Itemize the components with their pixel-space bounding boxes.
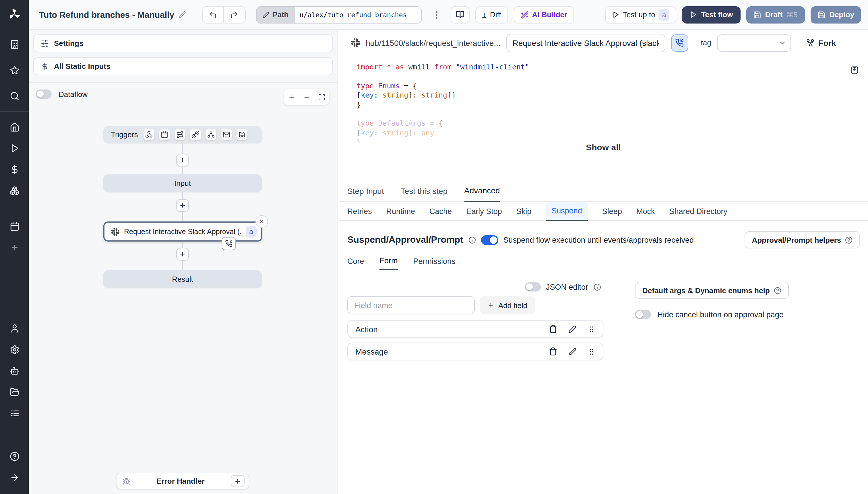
kafka-trigger-icon[interactable] xyxy=(205,129,217,140)
insert-step-button[interactable] xyxy=(176,154,189,166)
all-static-inputs-row[interactable]: All Static Inputs xyxy=(33,57,333,75)
suspend-enable-toggle[interactable] xyxy=(481,235,498,245)
insert-step-button[interactable] xyxy=(176,248,189,261)
edge-line xyxy=(182,242,183,248)
audit-logs-icon[interactable] xyxy=(0,403,29,424)
test-flow-button[interactable]: Test flow xyxy=(682,6,741,23)
runs-play-icon[interactable] xyxy=(0,138,29,159)
fit-view-icon[interactable] xyxy=(318,93,325,101)
deploy-button[interactable]: Deploy xyxy=(810,6,861,23)
flow-toolbar: Tuto Refund branches - Manually Path ⋮ ±… xyxy=(29,0,868,30)
home-icon[interactable] xyxy=(0,116,29,138)
zoom-in-icon[interactable] xyxy=(288,93,295,101)
undo-button[interactable] xyxy=(202,6,224,23)
add-field-button[interactable]: Add field xyxy=(480,296,535,315)
tag-select[interactable] xyxy=(717,34,791,51)
field-name-input[interactable] xyxy=(347,296,475,315)
tab-skip[interactable]: Skip xyxy=(516,202,532,220)
users-icon[interactable] xyxy=(0,318,29,339)
ai-builder-button[interactable]: AI Builder xyxy=(514,6,574,23)
folders-icon[interactable] xyxy=(0,382,29,403)
sidebar-plus-icon[interactable] xyxy=(0,237,29,258)
tab-suspend[interactable]: Suspend xyxy=(546,202,588,221)
code-editor[interactable]: import * as wmill from "windmill-client"… xyxy=(356,62,868,149)
http-route-trigger-icon[interactable] xyxy=(174,129,185,140)
resources-boxes-icon[interactable] xyxy=(0,180,29,202)
zoom-out-icon[interactable] xyxy=(303,93,310,101)
websocket-trigger-icon[interactable] xyxy=(190,129,201,140)
test-up-to-button[interactable]: Test up to a xyxy=(605,6,677,23)
hide-cancel-toggle[interactable] xyxy=(635,310,651,319)
suspend-phone-button[interactable] xyxy=(671,34,688,51)
suspend-phone-badge[interactable] xyxy=(222,237,236,250)
drag-handle-icon[interactable] xyxy=(587,325,595,333)
triggers-label: Triggers xyxy=(111,130,138,139)
triggers-node[interactable]: Triggers xyxy=(103,126,262,143)
remove-step-button[interactable]: ✕ xyxy=(256,215,268,228)
docs-book-button[interactable] xyxy=(451,6,469,23)
draft-button[interactable]: Draft ⌘S xyxy=(746,6,805,23)
edit-field-icon[interactable] xyxy=(568,325,576,333)
tab-test-this-step[interactable]: Test this step xyxy=(401,180,447,202)
add-error-handler-button[interactable] xyxy=(231,475,244,487)
tab-advanced[interactable]: Advanced xyxy=(464,180,500,202)
field-row-action[interactable]: Action xyxy=(347,320,603,338)
edit-field-icon[interactable] xyxy=(568,347,576,356)
tab-sleep[interactable]: Sleep xyxy=(602,202,622,220)
insert-step-button[interactable] xyxy=(176,199,189,212)
tab-cache[interactable]: Cache xyxy=(429,202,452,220)
help-icon[interactable] xyxy=(0,446,29,467)
favorites-star-icon[interactable] xyxy=(0,60,29,81)
suspend-heading: Suspend/Approval/Prompt xyxy=(347,235,463,245)
result-node[interactable]: Result xyxy=(103,270,262,287)
default-args-help-button[interactable]: Default args & Dynamic enums help xyxy=(635,282,789,299)
windmill-logo[interactable] xyxy=(7,7,21,21)
schedule-trigger-icon[interactable] xyxy=(159,129,170,140)
path-button[interactable]: Path xyxy=(256,6,294,23)
approval-prompt-helpers-button[interactable]: Approval/Prompt helpers xyxy=(744,231,860,248)
paste-clipboard-icon[interactable] xyxy=(850,65,859,74)
error-handler-node[interactable]: Error Handler xyxy=(116,473,249,489)
variables-dollar-icon[interactable] xyxy=(0,159,29,180)
webhook-trigger-icon[interactable] xyxy=(144,129,154,140)
expand-sidebar-arrow-icon[interactable] xyxy=(0,467,29,488)
search-icon[interactable] xyxy=(0,86,29,107)
dataflow-toggle[interactable] xyxy=(36,90,52,99)
workers-bot-icon[interactable] xyxy=(0,360,29,382)
email-trigger-icon[interactable] xyxy=(221,129,232,140)
show-all-button[interactable]: Show all xyxy=(339,142,868,152)
settings-gear-icon[interactable] xyxy=(0,339,29,360)
tab-shared-directory[interactable]: Shared Directory xyxy=(669,202,727,220)
step-summary-input[interactable] xyxy=(506,34,665,52)
tab-early-stop[interactable]: Early Stop xyxy=(466,202,502,220)
workspace-icon[interactable] xyxy=(0,34,29,55)
tab-core[interactable]: Core xyxy=(347,252,364,270)
more-options-kebab-icon[interactable]: ⋮ xyxy=(431,10,443,20)
tab-mock[interactable]: Mock xyxy=(636,202,655,220)
delete-field-icon[interactable] xyxy=(549,325,557,334)
tab-retries[interactable]: Retries xyxy=(347,202,372,220)
field-row-message[interactable]: Message xyxy=(347,343,603,360)
schedules-calendar-icon[interactable] xyxy=(0,216,29,237)
tab-step-input[interactable]: Step Input xyxy=(347,180,384,202)
tab-form[interactable]: Form xyxy=(380,252,398,270)
pencil-icon xyxy=(262,11,269,18)
poll-trigger-icon[interactable] xyxy=(237,129,247,140)
drag-handle-icon[interactable] xyxy=(587,347,595,356)
json-editor-toggle[interactable] xyxy=(525,282,541,291)
input-node[interactable]: Input xyxy=(103,174,262,192)
tab-permissions[interactable]: Permissions xyxy=(413,252,456,270)
delete-field-icon[interactable] xyxy=(549,347,557,356)
edit-title-pencil-icon[interactable] xyxy=(178,11,186,18)
slack-approval-step-node[interactable]: Request Interactive Slack Approval (... … xyxy=(103,222,262,242)
hub-script-path[interactable]: hub/11500/slack/request_interactive... xyxy=(366,38,501,48)
edge-line xyxy=(182,212,183,222)
flow-settings-row[interactable]: Settings xyxy=(33,34,333,52)
flow-title[interactable]: Tuto Refund branches - Manually xyxy=(39,10,174,19)
tab-runtime[interactable]: Runtime xyxy=(386,202,415,220)
fork-button[interactable]: Fork xyxy=(806,38,836,48)
diff-button[interactable]: ±Diff xyxy=(475,6,508,23)
redo-button[interactable] xyxy=(224,6,245,23)
path-input[interactable] xyxy=(295,6,422,23)
play-icon xyxy=(612,11,620,18)
